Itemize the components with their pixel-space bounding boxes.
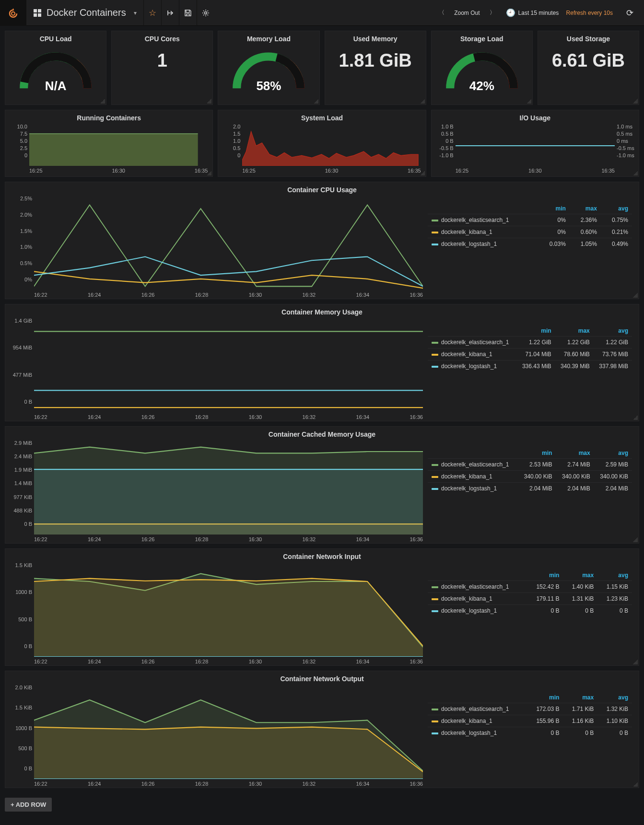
top-navbar: Docker Containers ☆ 〈 Zoom Out 〉 🕘 Last … — [0, 0, 644, 26]
svg-point-0 — [10, 10, 17, 17]
svg-rect-5 — [38, 13, 41, 17]
time-back-button[interactable]: 〈 — [435, 9, 448, 17]
panel-netin[interactable]: Container Network Input 1.5 KiB1000 B500… — [5, 548, 639, 666]
zoom-out-button[interactable]: Zoom Out — [450, 10, 483, 16]
add-row-button[interactable]: ADD ROW — [5, 798, 52, 812]
share-button[interactable] — [161, 0, 179, 26]
legend: minmaxavg dockerelk_elasticsearch_1 0%2.… — [428, 196, 639, 299]
legend-row[interactable]: dockerelk_elasticsearch_1 0%2.36%0.75% — [428, 214, 632, 226]
panel-stor-load[interactable]: Storage Load 42% — [431, 31, 533, 105]
panel-cpu-load[interactable]: CPU Load N/A — [5, 31, 106, 105]
legend: minmaxavg dockerelk_elasticsearch_1 2.53… — [428, 440, 639, 543]
star-button[interactable]: ☆ — [143, 0, 161, 26]
time-range-label: Last 15 minutes — [518, 10, 559, 16]
legend-row[interactable]: dockerelk_kibana_1 0%0.60%0.21% — [428, 226, 632, 238]
panel-cpu-cores[interactable]: CPU Cores1 — [111, 31, 213, 105]
legend: minmaxavg dockerelk_elasticsearch_1 1.22… — [428, 318, 639, 421]
legend-row[interactable]: dockerelk_kibana_1 71.04 MiB78.60 MiB73.… — [428, 349, 632, 360]
svg-point-1 — [12, 12, 15, 15]
time-forward-button[interactable]: 〉 — [486, 9, 499, 17]
legend-row[interactable]: dockerelk_logstash_1 336.43 MiB340.39 Mi… — [428, 360, 632, 372]
panel-mem[interactable]: Container Memory Usage 1.4 GiB954 MiB477… — [5, 304, 639, 421]
dashboard-icon — [33, 9, 42, 17]
clock-icon: 🕘 — [506, 8, 515, 17]
panel-cached[interactable]: Container Cached Memory Usage 2.9 MiB2.4… — [5, 426, 639, 544]
share-icon — [166, 9, 174, 17]
legend: minmaxavg dockerelk_elasticsearch_1 152.… — [428, 562, 639, 665]
legend-row[interactable]: dockerelk_logstash_1 0 B0 B0 B — [428, 727, 632, 739]
save-icon — [184, 9, 192, 17]
panel-mem-load[interactable]: Memory Load 58% — [218, 31, 319, 105]
legend-row[interactable]: dockerelk_logstash_1 0.03%1.05%0.49% — [428, 238, 632, 250]
panel-running-containers[interactable]: Running Containers 10.07.55.02.50 16:251… — [5, 110, 213, 177]
svg-rect-2 — [34, 9, 37, 12]
legend-row[interactable]: dockerelk_elasticsearch_1 172.03 B1.71 K… — [428, 703, 632, 715]
legend-row[interactable]: dockerelk_logstash_1 2.04 MiB2.04 MiB2.0… — [428, 483, 632, 495]
svg-point-6 — [204, 12, 207, 14]
grafana-logo[interactable] — [0, 0, 26, 26]
dashboard-body: CPU Load N/A CPU Cores1Memory Load 58% U… — [0, 26, 644, 798]
panel-system-load[interactable]: System Load 2.01.51.00.50 16:2516:3016:3… — [218, 110, 426, 177]
legend-row[interactable]: dockerelk_elasticsearch_1 152.42 B1.40 K… — [428, 581, 632, 593]
time-range-picker[interactable]: 🕘 Last 15 minutes Refresh every 10s — [501, 0, 618, 26]
refresh-interval-label: Refresh every 10s — [566, 10, 613, 16]
svg-rect-7 — [29, 134, 198, 166]
refresh-button[interactable]: ⟳ — [620, 8, 640, 18]
dashboard-picker[interactable]: Docker Containers — [26, 0, 143, 26]
mini-row: Running Containers 10.07.55.02.50 16:251… — [5, 110, 639, 177]
legend-row[interactable]: dockerelk_elasticsearch_1 1.22 GiB1.22 G… — [428, 337, 632, 349]
save-button[interactable] — [179, 0, 197, 26]
stat-row: CPU Load N/A CPU Cores1Memory Load 58% U… — [5, 31, 639, 105]
legend-row[interactable]: dockerelk_elasticsearch_1 2.53 MiB2.74 M… — [428, 459, 632, 471]
panel-io-usage[interactable]: I/O Usage 1.0 B0.5 B0 B-0.5 B-1.0 B 1.0 … — [431, 110, 639, 177]
legend-row[interactable]: dockerelk_logstash_1 0 B0 B0 B — [428, 605, 632, 617]
legend-row[interactable]: dockerelk_kibana_1 155.96 B1.16 KiB1.10 … — [428, 715, 632, 727]
svg-rect-3 — [38, 9, 41, 12]
legend-row[interactable]: dockerelk_kibana_1 340.00 KiB340.00 KiB3… — [428, 471, 632, 483]
svg-rect-4 — [34, 13, 37, 17]
gear-icon — [202, 9, 210, 17]
panel-used-stor[interactable]: Used Storage6.61 GiB — [538, 31, 639, 105]
dashboard-title: Docker Containers — [47, 7, 126, 18]
legend: minmaxavg dockerelk_elasticsearch_1 172.… — [428, 685, 639, 788]
legend-row[interactable]: dockerelk_kibana_1 179.11 B1.31 KiB1.23 … — [428, 593, 632, 605]
panel-cpu[interactable]: Container CPU Usage 2.5%2.0%1.5%1.0%0.5%… — [5, 182, 639, 299]
settings-button[interactable] — [197, 0, 214, 26]
panel-used-mem[interactable]: Used Memory1.81 GiB — [325, 31, 426, 105]
panel-netout[interactable]: Container Network Output 2.0 KiB1.5 KiB1… — [5, 671, 639, 788]
